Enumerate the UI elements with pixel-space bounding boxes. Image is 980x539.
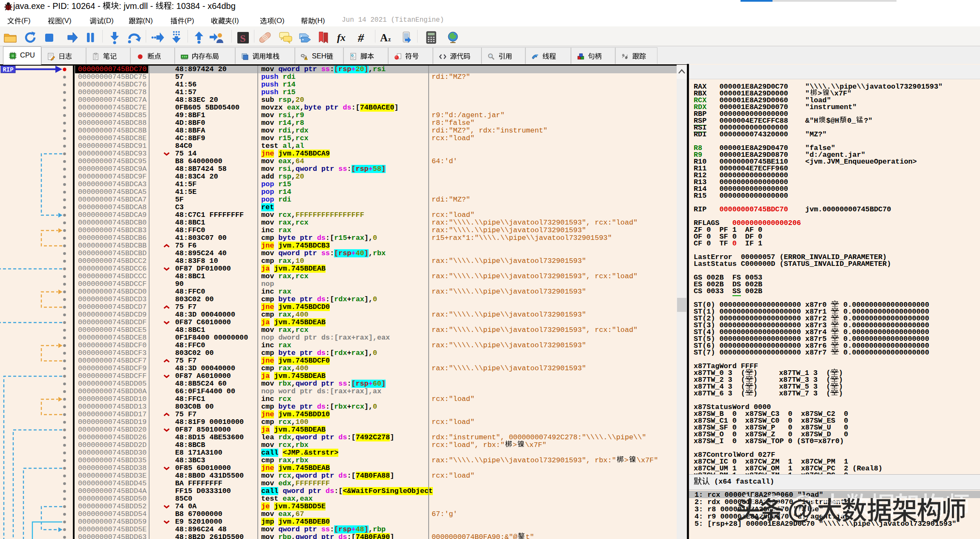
svg-text:fx: fx <box>337 32 346 43</box>
svg-text:#: # <box>357 31 364 44</box>
svg-text:A: A <box>380 32 388 43</box>
svg-text:S: S <box>240 33 245 44</box>
svg-text:z: z <box>388 36 391 43</box>
